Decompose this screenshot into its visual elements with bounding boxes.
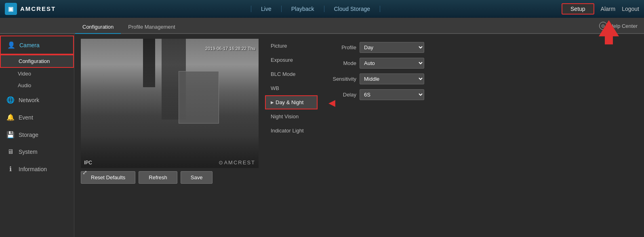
camera-sub-items: Configuration ◀ Video Audio <box>0 55 74 91</box>
camera-icon: 👤 <box>7 41 15 49</box>
settings-form: Profile Day Night Normal Mode Auto Manua… <box>318 39 638 138</box>
setup-button[interactable]: Setup <box>562 3 594 15</box>
alarm-link[interactable]: Alarm <box>601 6 616 12</box>
logo-icon: ▣ <box>5 3 17 15</box>
menu-exposure-label: Exposure <box>271 57 293 63</box>
sidebar-system-label: System <box>19 149 38 155</box>
save-button[interactable]: Save <box>181 171 213 184</box>
sub-item-video-label: Video <box>18 71 31 77</box>
help-center-label: Help Center <box>610 23 638 29</box>
information-icon: ℹ <box>6 165 15 173</box>
nav-cloud-storage[interactable]: Cloud Storage <box>324 6 381 12</box>
day-night-arrow: ▶ <box>271 100 274 105</box>
menu-indicator-light-label: Indicator Light <box>271 128 304 134</box>
sidebar-item-event[interactable]: 🔔 Event <box>0 109 74 126</box>
video-ipc-label: IPC <box>84 160 92 166</box>
sidebar-network-label: Network <box>19 97 39 103</box>
sidebar-item-camera[interactable]: 👤 Camera ◀ <box>0 36 74 55</box>
content-area: 2019-06-17 16:28:22 Thu IPC ⊙AMCREST ⤢ R… <box>74 34 644 237</box>
delay-select[interactable]: 2S 6S 10S 30S <box>360 89 424 100</box>
reset-defaults-button[interactable]: Reset Defaults <box>81 171 135 184</box>
settings-menu: Picture Exposure BLC Mode WB ▶ Day & Nig… <box>265 39 318 138</box>
video-frame: 2019-06-17 16:28:22 Thu IPC ⊙AMCREST <box>81 39 259 168</box>
app-logo: ▣ AMCREST <box>5 3 69 15</box>
mode-label: Mode <box>324 60 356 66</box>
sub-item-video[interactable]: Video <box>0 68 74 80</box>
scene-cable <box>143 39 155 87</box>
menu-day-night[interactable]: ▶ Day & Night ◀ <box>265 95 318 109</box>
sidebar-camera-label: Camera <box>19 42 40 48</box>
sidebar-item-system[interactable]: 🖥 System <box>0 143 74 160</box>
form-row-sensitivity: Sensitivity Low Middle High <box>324 73 631 84</box>
logo-text: AMCREST <box>20 5 56 12</box>
tab-configuration[interactable]: Configuration <box>75 21 121 34</box>
nav-playback[interactable]: Playback <box>282 6 324 12</box>
event-icon: 🔔 <box>6 113 15 121</box>
delay-label: Delay <box>324 92 356 98</box>
video-settings-row: 2019-06-17 16:28:22 Thu IPC ⊙AMCREST ⤢ R… <box>81 39 638 187</box>
menu-wb-label: WB <box>271 85 279 91</box>
sidebar-storage-label: Storage <box>19 132 38 138</box>
scene-box <box>179 71 219 124</box>
menu-day-night-label: Day & Night <box>276 99 303 105</box>
profile-select[interactable]: Day Night Normal <box>360 42 424 53</box>
logout-link[interactable]: Logout <box>622 6 639 12</box>
sub-item-configuration[interactable]: Configuration ◀ <box>0 55 74 68</box>
sidebar-item-storage[interactable]: 💾 Storage <box>0 126 74 143</box>
sensitivity-label: Sensitivity <box>324 76 356 82</box>
video-preview: 2019-06-17 16:28:22 Thu IPC ⊙AMCREST ⤢ R… <box>81 39 259 187</box>
menu-night-vision[interactable]: Night Vision <box>265 109 318 124</box>
sub-item-audio-label: Audio <box>18 82 31 88</box>
menu-picture-label: Picture <box>271 43 287 49</box>
settings-panel: Picture Exposure BLC Mode WB ▶ Day & Nig… <box>265 39 638 138</box>
menu-blc-mode-label: BLC Mode <box>271 71 295 77</box>
top-navigation: ▣ AMCREST Live Playback Cloud Storage Se… <box>0 0 644 18</box>
sub-item-audio[interactable]: Audio <box>0 80 74 91</box>
storage-icon: 💾 <box>6 131 15 138</box>
tabs-bar: Configuration Profile Management ⊙ Help … <box>0 18 644 34</box>
bottom-buttons: Reset Defaults Refresh Save <box>81 168 259 187</box>
network-icon: 🌐 <box>6 96 15 104</box>
profile-label: Profile <box>324 44 356 50</box>
menu-night-vision-label: Night Vision <box>271 113 299 120</box>
menu-indicator-light[interactable]: Indicator Light <box>265 124 318 138</box>
expand-button[interactable]: ⤢ <box>82 169 87 176</box>
menu-blc-mode[interactable]: BLC Mode <box>265 67 318 81</box>
form-row-profile: Profile Day Night Normal <box>324 42 631 53</box>
sensitivity-select[interactable]: Low Middle High <box>360 73 424 84</box>
refresh-button[interactable]: Refresh <box>139 171 177 184</box>
menu-exposure[interactable]: Exposure <box>265 53 318 67</box>
mode-select[interactable]: Auto Manual <box>360 58 424 69</box>
main-layout: 👤 Camera ◀ Configuration ◀ Video Audio 🌐… <box>0 34 644 237</box>
sidebar: 👤 Camera ◀ Configuration ◀ Video Audio 🌐… <box>0 34 74 237</box>
help-icon: ⊙ <box>599 22 607 30</box>
nav-right: Setup Alarm Logout <box>562 3 639 15</box>
sidebar-item-network[interactable]: 🌐 Network <box>0 91 74 109</box>
menu-picture[interactable]: Picture <box>265 39 318 53</box>
sidebar-event-label: Event <box>19 114 33 121</box>
video-timestamp: 2019-06-17 16:28:22 Thu <box>205 46 255 51</box>
tab-profile-management[interactable]: Profile Management <box>121 21 182 34</box>
sidebar-item-information[interactable]: ℹ Information <box>0 160 74 178</box>
nav-links: Live Playback Cloud Storage <box>69 6 562 12</box>
system-icon: 🖥 <box>6 148 15 155</box>
form-row-delay: Delay 2S 6S 10S 30S <box>324 89 631 100</box>
help-center[interactable]: ⊙ Help Center <box>599 22 638 30</box>
sidebar-information-label: Information <box>19 166 47 172</box>
menu-wb[interactable]: WB <box>265 81 318 95</box>
video-amcrest-label: ⊙AMCREST <box>219 159 255 166</box>
nav-live[interactable]: Live <box>251 6 282 12</box>
form-row-mode: Mode Auto Manual <box>324 58 631 69</box>
sub-item-configuration-label: Configuration <box>19 58 50 64</box>
